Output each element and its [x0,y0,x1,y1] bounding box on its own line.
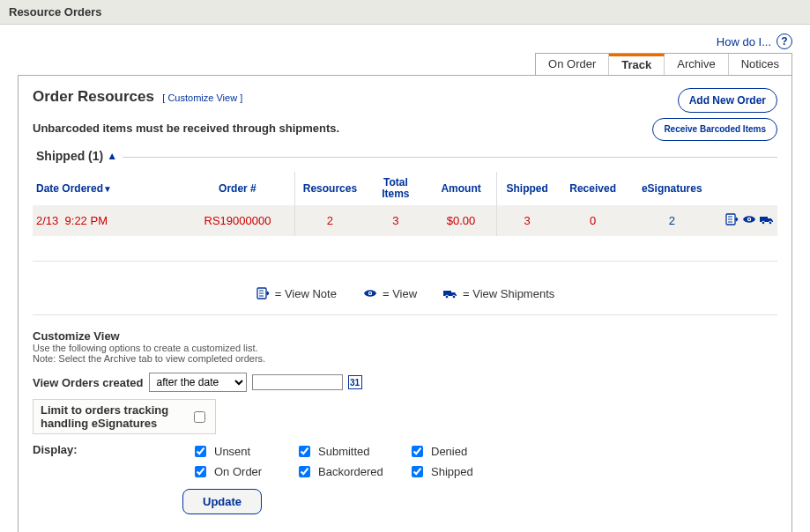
tab-track[interactable]: Track [609,54,665,75]
main-panel: Order Resources [ Customize View ] Unbar… [18,75,792,532]
tab-on-order[interactable]: On Order [536,54,609,75]
collapse-triangle-icon: ▲ [107,150,117,162]
eye-icon [363,286,377,300]
cell-received: 0 [558,205,628,236]
limit-esignatures-label: Limit to orders tracking handling eSigna… [41,403,182,430]
help-icon[interactable]: ? [777,33,792,49]
page-header-title: Resource Orders [9,5,102,18]
cell-total-items: 3 [365,205,426,236]
limit-esignatures-checkbox[interactable] [194,411,205,423]
date-input[interactable] [252,374,343,390]
cell-date[interactable]: 2/13 9:22 PM [33,205,181,236]
customize-view-title: Customize View [33,329,777,343]
page-header: Resource Orders [0,0,810,25]
table-header-row: Date Ordered▼ Order # Resources TotalIte… [33,172,777,205]
truck-icon[interactable] [760,212,774,226]
cell-actions [716,205,777,236]
chk-denied[interactable] [412,446,423,457]
view-orders-created-label: View Orders created [33,376,144,389]
chk-shipped[interactable] [412,466,423,477]
col-amount[interactable]: Amount [427,172,497,205]
legend: = View Note = View = View Shipments [33,286,777,300]
note-icon [256,286,270,300]
warning-text: Unbarcoded items must be received throug… [33,122,339,135]
cell-order-num[interactable]: RS19000000 [181,205,294,236]
col-received[interactable]: Received [558,172,628,205]
truck-icon [443,286,457,300]
page-title: Order Resources [33,88,154,105]
chk-unsent[interactable] [195,446,206,457]
cell-resources: 2 [294,205,365,236]
col-resources[interactable]: Resources [294,172,365,205]
eye-icon[interactable] [742,212,756,226]
customize-note-1: Use the following options to create a cu… [33,343,777,353]
add-new-order-button[interactable]: Add New Order [678,88,777,113]
chk-submitted[interactable] [299,446,310,457]
shipped-table: Date Ordered▼ Order # Resources TotalIte… [33,172,777,236]
chk-backordered[interactable] [299,466,310,477]
cell-amount: $0.00 [427,205,497,236]
sort-desc-icon: ▼ [103,184,112,194]
cell-shipped: 3 [496,205,558,236]
shipped-section-label: Shipped (1) [36,149,103,163]
tabbar: On Order Track Archive Notices [535,53,792,75]
col-esignatures[interactable]: eSignatures [628,172,716,205]
chk-on-order[interactable] [195,466,206,477]
update-button[interactable]: Update [182,489,262,514]
receive-barcoded-items-button[interactable]: Receive Barcoded Items [652,118,777,141]
legend-view-shipments: = View Shipments [463,287,554,300]
tab-notices[interactable]: Notices [729,54,791,75]
col-date-ordered[interactable]: Date Ordered▼ [33,172,181,205]
col-total-items[interactable]: TotalItems [365,172,426,205]
shipped-section-header[interactable]: Shipped (1) ▲ [33,149,123,163]
col-order-num[interactable]: Order # [181,172,294,205]
customize-note-2: Note: Select the Archive tab to view com… [33,353,777,364]
help-link[interactable]: How do I... [717,35,771,48]
display-label: Display: [33,443,165,456]
legend-view: = View [383,287,417,300]
table-row: 2/13 9:22 PM RS19000000 2 3 $0.00 3 0 2 [33,205,777,236]
cell-esignatures[interactable]: 2 [628,205,716,236]
col-actions [716,172,777,205]
tab-archive[interactable]: Archive [665,54,728,75]
col-shipped[interactable]: Shipped [496,172,558,205]
customize-view-link[interactable]: [ Customize View ] [162,92,242,103]
calendar-icon[interactable]: 31 [348,375,362,389]
date-mode-select[interactable]: after the date before the date on the da… [149,373,247,392]
legend-view-note: = View Note [275,287,337,300]
note-icon[interactable] [725,212,739,226]
